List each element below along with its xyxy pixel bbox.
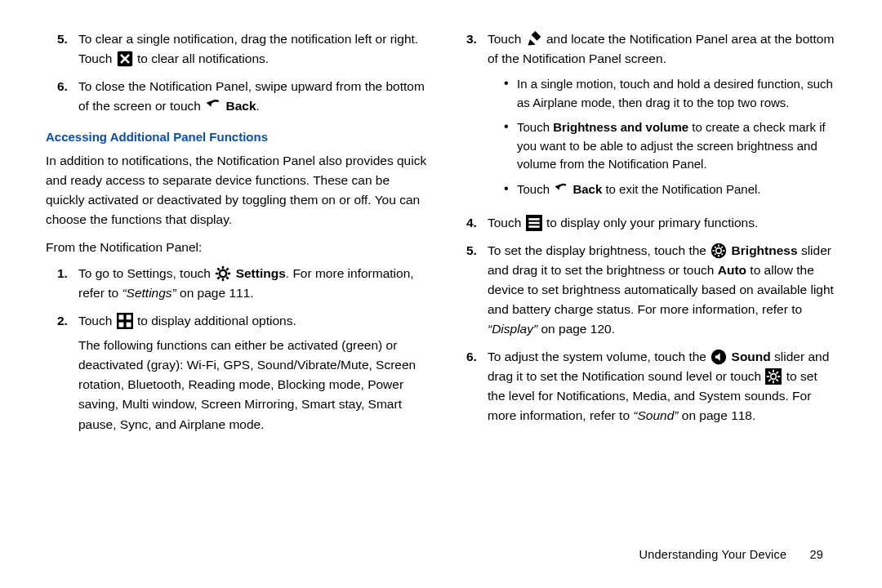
list-number: 1.	[57, 264, 75, 303]
list-body: To adjust the system volume, touch the S…	[484, 347, 836, 425]
bullet-body: In a single motion, touch and hold a des…	[517, 75, 836, 112]
brightness-gear-icon	[710, 243, 727, 259]
cross-ref: “Sound”	[633, 408, 678, 422]
list-item: 5. To clear a single notification, drag …	[57, 29, 427, 69]
list-item: 4. Touch to display only your primary fu…	[466, 213, 836, 233]
bullet-icon: •	[504, 75, 517, 112]
list-item: 6. To adjust the system volume, touch th…	[466, 347, 836, 425]
svg-line-8	[226, 269, 229, 271]
settings-label: Settings	[236, 266, 286, 280]
list-number: 5.	[57, 29, 75, 69]
svg-line-6	[218, 269, 220, 271]
list-number: 6.	[466, 347, 484, 425]
text: Touch	[517, 182, 553, 196]
lead-in: From the Notification Panel:	[46, 238, 427, 257]
list-number: 3.	[466, 29, 484, 205]
text: to exit the Notification Panel.	[602, 182, 760, 196]
list-number: 4.	[466, 213, 484, 233]
svg-rect-13	[118, 323, 123, 327]
cross-ref: “Settings”	[122, 286, 176, 300]
hamburger-lines-icon	[526, 215, 542, 231]
text: Touch	[517, 120, 553, 134]
list-body: To set the display brightness, touch the…	[484, 241, 836, 339]
svg-line-27	[722, 253, 724, 255]
back-label: Back	[226, 99, 256, 113]
svg-line-28	[722, 247, 724, 248]
sub-paragraph: The following functions can either be ac…	[78, 336, 427, 434]
left-column: 5. To clear a single notification, drag …	[46, 23, 427, 542]
svg-rect-14	[126, 323, 131, 327]
svg-line-26	[715, 247, 716, 248]
bullet-item: • Touch Brightness and volume to create …	[504, 118, 836, 174]
edit-pencil-icon	[526, 31, 542, 47]
back-label: Back	[572, 182, 602, 196]
svg-rect-19	[528, 225, 539, 228]
sound-label: Sound	[732, 350, 771, 363]
list-item: 1. To go to Settings, touch Settings. Fo…	[57, 264, 427, 303]
list-number: 5.	[466, 241, 484, 339]
chapter-title: Understanding Your Device	[639, 548, 787, 561]
text: on page 118.	[678, 408, 755, 422]
svg-line-7	[226, 277, 229, 279]
bullet-icon: •	[504, 118, 517, 174]
auto-label: Auto	[718, 263, 746, 277]
text: To adjust the system volume, touch the	[488, 350, 710, 363]
page-number: 29	[809, 546, 823, 564]
svg-line-9	[218, 277, 220, 279]
intro-paragraph: In addition to notifications, the Notifi…	[46, 151, 427, 229]
text: to display additional options.	[137, 314, 296, 327]
list-item: 5. To set the display brightness, touch …	[466, 241, 836, 339]
bullet-body: Touch Brightness and volume to create a …	[517, 118, 836, 174]
manual-page: 5. To clear a single notification, drag …	[0, 0, 882, 588]
sound-speaker-icon	[710, 349, 727, 365]
svg-rect-15	[531, 31, 541, 41]
text: on page 120.	[537, 322, 615, 336]
close-x-icon	[117, 51, 133, 67]
text: To go to Settings, touch	[78, 266, 214, 280]
bullet-item: • Touch Back to exit the Notification Pa…	[504, 180, 836, 199]
section-heading: Accessing Additional Panel Functions	[46, 127, 427, 146]
gear-icon	[215, 265, 231, 282]
svg-rect-17	[528, 218, 539, 220]
list-number: 6.	[57, 77, 75, 116]
page-footer: Understanding Your Device 29	[639, 546, 824, 564]
list-item: 3. Touch and locate the Notification Pan…	[466, 29, 836, 205]
bullet-body: Touch Back to exit the Notification Pane…	[517, 180, 836, 199]
svg-line-29	[715, 253, 716, 255]
text: Touch	[78, 314, 116, 327]
right-column: 3. Touch and locate the Notification Pan…	[455, 23, 836, 542]
list-body: Touch to display additional options. The…	[75, 311, 427, 437]
grid-tiles-icon	[117, 313, 133, 329]
svg-point-1	[220, 270, 226, 277]
list-number: 2.	[57, 311, 75, 437]
list-item: 6. To close the Notification Panel, swip…	[57, 77, 427, 116]
advanced-gear-icon	[765, 368, 782, 385]
list-body: Touch and locate the Notification Panel …	[484, 29, 836, 205]
svg-rect-12	[126, 315, 131, 320]
list-body: Touch to display only your primary funct…	[484, 213, 836, 233]
list-body: To go to Settings, touch Settings. For m…	[75, 264, 427, 303]
brightness-label: Brightness	[732, 243, 798, 257]
brightness-volume-label: Brightness and volume	[553, 120, 688, 134]
text: on page 111.	[176, 286, 254, 300]
list-item: 2. Touch to display additional options. …	[57, 311, 427, 437]
text: Touch	[488, 32, 525, 46]
list-body: To close the Notification Panel, swipe u…	[75, 77, 427, 116]
text: .	[256, 99, 260, 113]
text: to clear all notifications.	[137, 51, 269, 65]
bullet-item: • In a single motion, touch and hold a d…	[504, 75, 836, 112]
bullet-icon: •	[504, 180, 517, 199]
cross-ref: “Display”	[488, 322, 537, 336]
svg-rect-11	[118, 315, 123, 320]
back-arrow-icon	[205, 98, 221, 114]
text: To set the display brightness, touch the	[488, 243, 710, 257]
list-body: To clear a single notification, drag the…	[75, 29, 427, 69]
back-arrow-icon	[554, 182, 568, 197]
svg-rect-18	[528, 222, 539, 225]
sub-bullet-list: • In a single motion, touch and hold a d…	[504, 75, 836, 198]
text: Touch	[488, 216, 525, 229]
text: to display only your primary functions.	[546, 216, 758, 229]
